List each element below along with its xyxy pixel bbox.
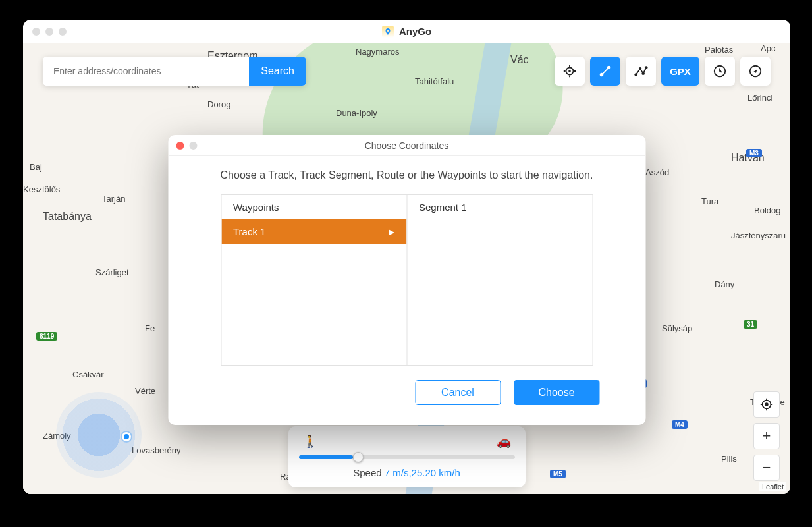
speed-label-text: Speed <box>353 467 385 478</box>
search-bar: Search <box>43 57 306 86</box>
speed-slider[interactable] <box>299 455 515 459</box>
map-attribution: Leaflet <box>759 482 786 491</box>
map-place-label: Duna-Ipoly <box>336 108 377 118</box>
titlebar: AnyGo <box>23 20 790 43</box>
list-item-label: Track 1 <box>233 226 265 237</box>
history-button[interactable] <box>705 57 735 86</box>
line-points-icon <box>598 64 612 78</box>
map-place-label: Palotás <box>705 45 733 55</box>
two-spot-mode-button[interactable] <box>590 57 620 86</box>
map-place-label: Csákvár <box>72 370 104 379</box>
zoom-in-button[interactable]: + <box>753 423 780 449</box>
app-logo-icon <box>382 26 394 38</box>
speed-label: Speed 7 m/s,25.20 km/h <box>299 467 515 478</box>
map-place-label: Tahitótfalu <box>415 76 454 86</box>
crosshair-icon <box>562 64 577 78</box>
search-input[interactable] <box>43 57 249 86</box>
dialog-title: Choose Coordinates <box>168 140 645 151</box>
chevron-right-icon: ▶ <box>389 227 394 236</box>
speed-slider-thumb[interactable] <box>353 452 364 462</box>
right-column: Segment 1 <box>406 195 592 365</box>
gpx-button[interactable]: GPX <box>661 57 699 86</box>
map-place-label: Tura <box>701 196 718 206</box>
map-place-label: Tarján <box>102 194 125 204</box>
map-place-label: Dorog <box>207 99 230 109</box>
zigzag-points-icon <box>634 64 648 78</box>
map-place-label: Baj <box>30 162 42 172</box>
target-icon <box>759 397 774 412</box>
speed-slider-fill <box>299 455 353 459</box>
map-place-label: Fe <box>145 323 155 333</box>
map-place-label: Boldog <box>754 206 780 215</box>
list-item[interactable]: Segment 1 <box>407 195 592 219</box>
road-badge: M5 <box>550 470 566 478</box>
list-item[interactable]: Waypoints <box>221 195 406 219</box>
zoom-out-button[interactable]: − <box>753 455 780 481</box>
map-place-label: Aszód <box>645 167 669 177</box>
map-place-label: Kesztölős <box>23 184 60 194</box>
map-side-controls: + − <box>753 391 780 481</box>
map-place-label: Jászfényszaru <box>731 231 786 240</box>
list-item-label: Waypoints <box>233 202 279 213</box>
app-title: AnyGo <box>399 26 431 37</box>
recenter-button[interactable] <box>753 391 780 418</box>
multi-spot-mode-button[interactable] <box>626 57 656 86</box>
map-place-label: Apc <box>761 43 775 53</box>
compass-button[interactable] <box>740 57 771 86</box>
app-window: AnyGo EsztergomNagymarosVácPalotásApcTát… <box>23 20 790 494</box>
svg-point-1 <box>568 70 571 72</box>
svg-point-11 <box>765 402 769 406</box>
map-place-label: Sülysáp <box>662 323 692 333</box>
compass-icon <box>748 64 763 78</box>
dialog-titlebar: Choose Coordinates <box>168 135 645 156</box>
left-column: WaypointsTrack 1▶ <box>221 195 406 365</box>
map-place-label: Nagymaros <box>356 47 399 57</box>
map-place-label: Tatabánya <box>43 211 92 223</box>
map-place-label: Lőrinci <box>747 93 772 103</box>
clock-icon <box>713 64 727 78</box>
dialog-close-icon[interactable] <box>176 142 184 150</box>
mode-toolbar: GPX <box>555 57 771 86</box>
minimize-window-icon[interactable] <box>45 28 53 36</box>
map-place-label: Vérte <box>135 386 155 396</box>
walk-icon[interactable]: 🚶 <box>303 434 317 449</box>
speed-value: 7 m/s,25.20 km/h <box>385 467 460 478</box>
list-item[interactable]: Track 1▶ <box>221 219 406 244</box>
speed-panel: 🚶 🚗 Speed 7 m/s,25.20 km/h <box>288 426 526 487</box>
road-badge: M4 <box>672 420 688 429</box>
car-icon[interactable]: 🚗 <box>497 434 511 449</box>
dialog-instruction: Choose a Track, Track Segment, Route or … <box>188 169 626 181</box>
choose-button[interactable]: Choose <box>514 380 599 405</box>
choose-coordinates-dialog: Choose Coordinates Choose a Track, Track… <box>168 135 645 425</box>
map-place-label: Pilis <box>721 454 737 464</box>
map-place-label: Vác <box>510 54 529 66</box>
road-badge: 31 <box>744 320 757 329</box>
window-controls[interactable] <box>32 28 67 36</box>
dialog-minimize-icon <box>189 142 197 150</box>
current-location-dot-icon <box>122 432 131 441</box>
road-badge: M3 <box>746 149 762 157</box>
maximize-window-icon[interactable] <box>59 28 67 36</box>
list-item-label: Segment 1 <box>419 202 467 213</box>
road-badge: 8119 <box>36 332 57 341</box>
locate-mode-button[interactable] <box>555 57 585 86</box>
close-window-icon[interactable] <box>32 28 40 36</box>
cancel-button[interactable]: Cancel <box>415 380 501 405</box>
map-place-label: Szárliget <box>95 267 129 277</box>
search-button[interactable]: Search <box>249 57 306 86</box>
map-place-label: Dány <box>715 279 734 289</box>
